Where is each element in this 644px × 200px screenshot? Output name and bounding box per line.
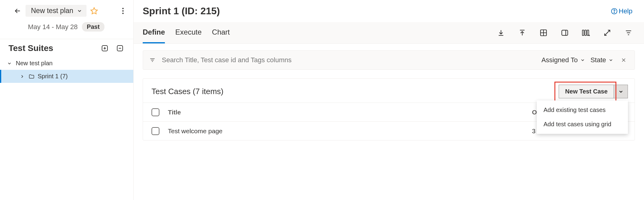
chevron-down-icon [618,89,624,94]
tab-label: Chart [212,28,230,36]
filter-icon [625,29,632,37]
grid-view-button[interactable] [539,28,548,37]
svg-point-7 [614,12,615,13]
tab-define[interactable]: Define [143,22,165,43]
grid-icon [540,29,547,37]
minus-square-icon [116,45,124,52]
menu-item-label: Add existing test cases [543,107,606,113]
more-actions-button[interactable] [118,5,128,16]
main-content: Sprint 1 (ID: 215) Help Define Execute C… [134,0,644,200]
svg-point-3 [122,12,124,14]
upload-icon [518,29,526,37]
test-cases-heading: Test Cases (7 items) [152,87,223,96]
star-icon [90,7,98,15]
chevron-down-icon [580,58,585,63]
filter-button[interactable] [624,28,633,37]
chevron-down-icon [608,58,613,63]
side-panel-button[interactable] [560,28,569,37]
test-suites-heading: Test Suites [9,43,53,53]
help-icon [611,8,618,15]
tab-execute[interactable]: Execute [175,22,202,43]
more-vertical-icon [122,8,124,14]
help-link[interactable]: Help [611,7,635,15]
svg-rect-10 [582,30,584,36]
svg-marker-0 [91,8,98,14]
column-options-button[interactable] [581,28,591,37]
menu-item-label: Add test cases using grid [543,121,611,127]
tree-item-label: New test plan [16,60,53,67]
svg-point-1 [122,8,124,9]
favorite-button[interactable] [90,7,98,15]
select-all-checkbox[interactable] [152,108,159,116]
chevron-down-icon [6,61,13,66]
suite-tree: New test plan Sprint 1 (7) [0,56,133,84]
panel-right-icon [561,29,569,37]
cell-title: Test welcome page [168,127,532,135]
filter-bar: Assigned To State [143,50,635,70]
plus-square-icon [101,45,108,52]
test-plan-name: New test plan [31,7,73,15]
sidebar: New test plan May 14 - May 28 Past Test … [0,0,134,200]
iteration-status-badge: Past [82,22,104,32]
new-test-case-dropdown-toggle[interactable] [614,85,628,98]
page-title: Sprint 1 (ID: 215) [143,5,220,17]
download-icon [497,29,505,37]
iteration-date-range: May 14 - May 28 [28,23,78,31]
folder-icon [29,73,35,80]
filter-label: State [591,56,606,64]
chevron-down-icon [77,8,82,14]
expand-icon [603,29,611,37]
menu-item-add-grid[interactable]: Add test cases using grid [537,117,628,131]
arrow-left-icon [14,7,22,15]
import-button[interactable] [518,28,527,37]
filter-assigned-to[interactable]: Assigned To [541,56,585,64]
collapse-all-button[interactable] [115,43,125,53]
filter-settings-icon[interactable] [149,57,156,63]
filter-label: Assigned To [541,56,578,64]
close-icon [621,57,627,63]
suite-tree-item-sprint[interactable]: Sprint 1 (7) [0,70,133,83]
new-test-case-button[interactable]: New Test Case [559,85,614,98]
menu-item-add-existing[interactable]: Add existing test cases [537,103,628,117]
clear-filters-button[interactable] [619,57,629,63]
suite-tree-root[interactable]: New test plan [0,57,133,70]
chevron-right-icon [19,74,26,79]
expand-all-button[interactable] [100,43,110,53]
test-plan-selector[interactable]: New test plan [26,5,87,17]
svg-rect-9 [562,30,568,35]
export-button[interactable] [496,28,506,37]
tab-chart[interactable]: Chart [212,22,230,43]
column-header-title[interactable]: Title [168,109,532,116]
help-label: Help [619,7,632,15]
tab-label: Execute [175,28,202,36]
search-input[interactable] [161,56,536,64]
row-checkbox[interactable] [152,127,159,135]
new-test-case-menu: Add existing test cases Add test cases u… [537,100,628,134]
new-test-case-split-button: New Test Case [559,85,628,98]
filter-state[interactable]: State [591,56,613,64]
svg-rect-11 [585,30,586,36]
columns-edit-icon [582,29,590,37]
tree-item-label: Sprint 1 (7) [38,73,68,80]
tab-label: Define [143,28,165,36]
back-button[interactable] [12,5,23,16]
fullscreen-button[interactable] [603,28,612,37]
test-cases-card: Test Cases (7 items) New Test Case Add e… [143,78,635,141]
button-label: New Test Case [565,88,608,95]
svg-point-2 [122,10,124,11]
